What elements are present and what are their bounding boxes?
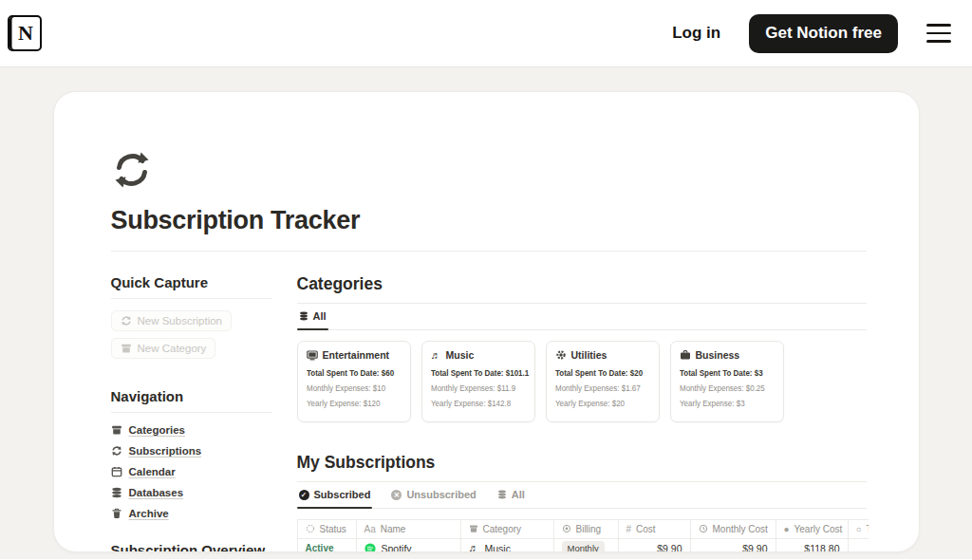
gear-icon	[555, 349, 567, 361]
sidebar-item-label: Databases	[129, 487, 184, 498]
title-divider	[111, 251, 867, 252]
table-header-row: Status AaName Category Billing #Cost Mon…	[297, 520, 869, 539]
table-row: Active Spotify ♬Music Monthly	[297, 539, 869, 553]
refresh-page-icon	[111, 149, 867, 195]
sync-icon	[111, 445, 122, 457]
quick-capture-divider	[111, 298, 272, 299]
stat-value: $60	[381, 368, 393, 378]
briefcase-icon	[680, 349, 691, 361]
stat-value: $20	[611, 399, 624, 408]
category-name: Utilities	[571, 349, 608, 361]
sidebar-item-label: Archive	[129, 508, 169, 519]
yearly-cost-cell[interactable]: $118.80	[776, 539, 848, 553]
stat-value: $142.8	[487, 399, 510, 408]
sidebar-item-calendar[interactable]: Calendar	[111, 466, 272, 477]
new-subscription-button[interactable]: New Subscription	[111, 310, 232, 331]
stat-value: $10	[372, 383, 384, 393]
tab-unsubscribed[interactable]: ✕ Unsubscribed	[389, 482, 477, 508]
category-card-entertainment[interactable]: Entertainment Total Spent To Date: $60 M…	[297, 341, 411, 422]
column-name[interactable]: AaName	[356, 520, 460, 539]
new-subscription-label: New Subscription	[138, 315, 222, 327]
database-icon	[299, 311, 308, 321]
clock-icon	[699, 524, 708, 534]
sidebar-item-subscriptions[interactable]: Subscriptions	[111, 445, 272, 457]
archive-box-icon	[111, 424, 122, 436]
music-note-icon: ♬	[431, 350, 441, 361]
category-name: Music	[446, 349, 475, 361]
x-circle-icon: ✕	[391, 490, 402, 500]
new-category-label: New Category	[138, 343, 207, 354]
category-gallery: Entertainment Total Spent To Date: $60 M…	[297, 341, 867, 422]
subscriptions-view-tabs: ✓ Subscribed ✕ Unsubscribed All	[297, 482, 867, 509]
tab-label: All	[512, 489, 525, 500]
categories-heading: Categories	[297, 274, 867, 294]
filled-circle-icon: ●	[784, 524, 790, 534]
tab-all-categories[interactable]: All	[297, 304, 328, 329]
category-cell[interactable]: ♬Music	[460, 539, 553, 553]
stat-value: $101.1	[505, 368, 528, 378]
stat-label: Total Spent To Date:	[307, 368, 380, 378]
cost-cell[interactable]: $9.90	[618, 539, 690, 553]
select-circle-icon	[562, 524, 571, 534]
sidebar-item-label: Categories	[129, 424, 185, 436]
stat-value: $3	[754, 368, 762, 378]
column-billing[interactable]: Billing	[553, 520, 618, 539]
stat-value: $20	[629, 368, 642, 378]
stat-value: $120	[363, 399, 380, 408]
column-truncated[interactable]: ○T	[848, 520, 869, 539]
category-name: Business	[696, 349, 740, 361]
new-category-button[interactable]: New Category	[111, 338, 216, 359]
template-preview-card: Subscription Tracker Quick Capture New S…	[53, 91, 920, 552]
category-card-utilities[interactable]: Utilities Total Spent To Date: $20 Month…	[546, 341, 660, 422]
stat-label: Total Spent To Date:	[555, 368, 628, 378]
category-name: Entertainment	[323, 349, 390, 361]
login-link[interactable]: Log in	[672, 24, 720, 43]
column-status[interactable]: Status	[297, 520, 356, 539]
sidebar-item-categories[interactable]: Categories	[111, 424, 272, 436]
quick-capture-heading: Quick Capture	[111, 274, 272, 290]
navigation-heading: Navigation	[111, 388, 272, 404]
my-subscriptions-heading: My Subscriptions	[297, 453, 867, 473]
tab-subscribed[interactable]: ✓ Subscribed	[297, 482, 373, 508]
number-hash-icon: #	[626, 524, 632, 534]
column-cost[interactable]: #Cost	[618, 520, 690, 539]
stat-label: Monthly Expenses:	[680, 383, 744, 393]
stat-label: Monthly Expenses:	[307, 383, 371, 393]
template-main: Categories All	[297, 274, 867, 552]
check-circle-icon: ✓	[299, 490, 309, 500]
stat-label: Yearly Expense:	[555, 399, 609, 408]
column-category[interactable]: Category	[460, 520, 553, 539]
database-icon	[111, 487, 122, 498]
billing-cell[interactable]: Monthly	[553, 539, 618, 553]
page-background: Subscription Tracker Quick Capture New S…	[0, 67, 972, 559]
column-monthly-cost[interactable]: Monthly Cost	[690, 520, 776, 539]
sidebar-item-archive[interactable]: Archive	[111, 508, 272, 519]
stat-label: Monthly Expenses:	[555, 383, 620, 393]
navigation-divider	[111, 412, 272, 413]
stat-value: $11.9	[496, 383, 514, 393]
get-notion-free-button[interactable]: Get Notion free	[749, 14, 898, 53]
stat-value: $3	[736, 399, 744, 408]
subscription-overview-heading: Subscription Overview	[111, 542, 272, 552]
column-yearly-cost[interactable]: ●Yearly Cost	[776, 520, 848, 539]
archive-box-icon	[469, 524, 478, 534]
sidebar-item-databases[interactable]: Databases	[111, 487, 272, 498]
stat-value: $1.67	[621, 383, 640, 393]
tab-all-subscriptions[interactable]: All	[495, 482, 527, 508]
monthly-cost-cell[interactable]: $9.90	[690, 539, 776, 553]
notion-logo-letter: N	[18, 21, 33, 46]
spotify-icon	[364, 543, 376, 553]
category-card-music[interactable]: ♬ Music Total Spent To Date: $101.1 Mont…	[421, 341, 535, 422]
notion-logo[interactable]: N	[8, 15, 42, 51]
name-cell[interactable]: Spotify	[356, 539, 460, 553]
hamburger-menu-icon[interactable]	[926, 24, 951, 43]
category-card-business[interactable]: Business Total Spent To Date: $3 Monthly…	[670, 341, 784, 422]
template-sidebar: Quick Capture New Subscription New Categ…	[111, 274, 272, 552]
open-circle-icon: ○	[856, 524, 862, 534]
tv-icon	[307, 349, 318, 361]
archive-box-icon	[121, 343, 132, 354]
sidebar-item-label: Calendar	[129, 466, 176, 477]
page-title: Subscription Tracker	[111, 206, 867, 235]
status-cell[interactable]: Active	[297, 539, 356, 553]
truncated-cell[interactable]	[848, 539, 869, 553]
